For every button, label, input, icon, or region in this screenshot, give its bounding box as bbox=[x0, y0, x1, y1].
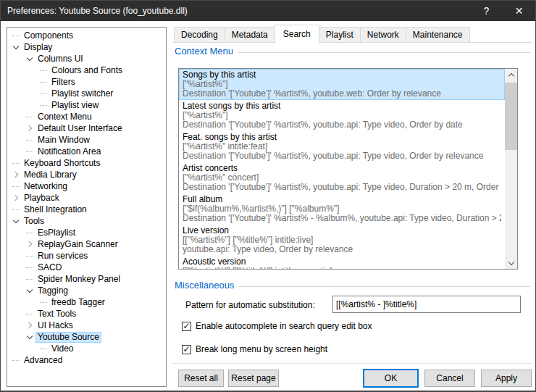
chevron-down-icon[interactable] bbox=[24, 53, 35, 64]
tree-item-video[interactable]: Video bbox=[7, 343, 166, 354]
list-item-detail: ["$if(%album%,%artist%,)"] ["%album%"] bbox=[183, 204, 501, 214]
list-item-full-album[interactable]: Full album["$if(%album%,%artist%,)"] ["%… bbox=[179, 193, 505, 225]
tree-item-playback[interactable]: Playback bbox=[7, 192, 166, 204]
checkbox-break-long-menu[interactable]: ✓ Break long menu by screen height bbox=[182, 344, 327, 354]
chevron-right-icon[interactable] bbox=[24, 320, 35, 331]
chevron-down-icon[interactable] bbox=[10, 41, 22, 53]
chevron-right-icon[interactable] bbox=[24, 122, 35, 134]
reset-page-button[interactable]: Reset page bbox=[228, 370, 279, 387]
tree-item-replaygain-scanner[interactable]: ReplayGain Scanner bbox=[7, 238, 166, 250]
tree-item-components[interactable]: Components bbox=[7, 30, 166, 41]
cancel-button[interactable]: Cancel bbox=[424, 370, 475, 387]
context-menu-list[interactable]: Songs by this artist["%artist%"]Destinat… bbox=[178, 68, 518, 270]
preferences-tree[interactable]: ComponentsDisplayColumns UIColours and F… bbox=[7, 27, 167, 387]
tree-item-main-window[interactable]: Main Window bbox=[7, 134, 166, 146]
list-item-artist-concerts[interactable]: Artist concerts["%artist%" concert]Desti… bbox=[179, 162, 505, 193]
tab-network[interactable]: Network bbox=[360, 27, 406, 43]
tree-item-networking[interactable]: Networking bbox=[7, 180, 166, 192]
list-item-title: Acoustic version bbox=[183, 257, 501, 267]
button-row-separator bbox=[172, 363, 532, 364]
chevron-right-icon[interactable] bbox=[10, 169, 22, 180]
scrollbar-down-icon[interactable] bbox=[505, 257, 517, 269]
tree-item-tagging[interactable]: Tagging bbox=[7, 285, 166, 296]
tree-item-label: Tagging bbox=[35, 285, 70, 296]
tree-item-ui-hacks[interactable]: UI Hacks bbox=[7, 320, 166, 331]
list-item-detail: Destination '['Youtube']' %artist% - %al… bbox=[183, 214, 501, 223]
tree-connector bbox=[24, 262, 35, 273]
tree-item-notification-area[interactable]: Notification Area bbox=[7, 146, 166, 157]
scrollbar-up-icon[interactable] bbox=[505, 69, 517, 81]
tree-item-label: Run services bbox=[35, 251, 90, 262]
tree-item-label: Components bbox=[22, 30, 75, 41]
tree-item-label: ReplayGain Scanner bbox=[35, 239, 120, 250]
tree-item-run-services[interactable]: Run services bbox=[7, 250, 166, 262]
list-item-feat-songs-by-this-artist[interactable]: Feat. songs by this artist["%artist%" in… bbox=[179, 131, 505, 162]
list-item-latest-songs-by-this-artist[interactable]: Latest songs by this artist["%artist%"]D… bbox=[179, 100, 505, 131]
tree-item-keyboard-shortcuts[interactable]: Keyboard Shortcuts bbox=[7, 157, 166, 169]
list-item-title: Live version bbox=[183, 226, 501, 235]
tree-connector bbox=[38, 76, 49, 88]
tab-playlist[interactable]: Playlist bbox=[319, 27, 361, 43]
list-item-acoustic-version[interactable]: Acoustic version[["%artist%"] ["%title%"… bbox=[179, 256, 505, 270]
tree-item-default-user-interface[interactable]: Default User Interface bbox=[7, 122, 166, 134]
tree-item-colours-and-fonts[interactable]: Colours and Fonts bbox=[7, 64, 166, 76]
tree-item-columns-ui[interactable]: Columns UI bbox=[7, 53, 166, 64]
group-header-rule bbox=[238, 52, 530, 53]
tab-search[interactable]: Search bbox=[275, 25, 319, 43]
tree-item-label: Tools bbox=[22, 216, 46, 227]
list-item-detail: Destination '['Youtube']' %artist%, yout… bbox=[183, 183, 501, 192]
chevron-right-icon[interactable] bbox=[24, 238, 35, 250]
search-page: DecodingMetadataSearchPlaylistNetworkMai… bbox=[172, 1, 532, 392]
list-item-songs-by-this-artist[interactable]: Songs by this artist["%artist%"]Destinat… bbox=[179, 69, 505, 100]
list-scrollbar[interactable] bbox=[505, 69, 517, 269]
tree-item-freedb-tagger[interactable]: freedb Tagger bbox=[7, 296, 166, 308]
tree-item-filters[interactable]: Filters bbox=[7, 76, 166, 88]
pattern-substitution-label: Pattern for automatic substitution: bbox=[185, 300, 315, 310]
checkbox-icon[interactable]: ✓ bbox=[182, 345, 191, 354]
reset-all-button[interactable]: Reset all bbox=[178, 370, 224, 387]
tree-item-label: SACD bbox=[35, 262, 64, 273]
tree-connector bbox=[10, 204, 22, 215]
list-item-title: Feat. songs by this artist bbox=[183, 133, 501, 142]
list-item-detail: ["%artist%" concert] bbox=[183, 173, 501, 183]
tree-item-esplaylist[interactable]: EsPlaylist bbox=[7, 227, 166, 238]
tree-item-shell-integration[interactable]: Shell Integration bbox=[7, 204, 166, 215]
tree-item-playlist-view[interactable]: Playlist view bbox=[7, 99, 166, 111]
pattern-substitution-input[interactable] bbox=[332, 296, 521, 313]
tree-item-advanced[interactable]: Advanced bbox=[7, 354, 166, 366]
tree-item-youtube-source[interactable]: Youtube Source bbox=[7, 331, 166, 343]
checkbox-label: Break long menu by screen height bbox=[196, 344, 327, 354]
tree-item-tools[interactable]: Tools bbox=[7, 215, 166, 227]
window-title: Preferences: Youtube Source (foo_youtube… bbox=[1, 6, 188, 16]
tab-metadata[interactable]: Metadata bbox=[225, 27, 275, 43]
tab-decoding[interactable]: Decoding bbox=[174, 27, 225, 43]
chevron-down-icon[interactable] bbox=[24, 331, 35, 343]
list-item-title: Full album bbox=[183, 195, 501, 204]
ok-button[interactable]: OK bbox=[363, 369, 419, 388]
checkbox-icon[interactable]: ✓ bbox=[182, 322, 191, 331]
tree-item-label: Colours and Fonts bbox=[49, 65, 125, 76]
tree-item-context-menu[interactable]: Context Menu bbox=[7, 111, 166, 122]
miscellaneous-group-title: Miscellaneous bbox=[175, 280, 234, 291]
tree-item-playlist-switcher[interactable]: Playlist switcher bbox=[7, 88, 166, 99]
tree-item-text-tools[interactable]: Text Tools bbox=[7, 308, 166, 320]
tree-item-spider-monkey-panel[interactable]: Spider Monkey Panel bbox=[7, 273, 166, 285]
chevron-down-icon[interactable] bbox=[10, 215, 22, 227]
chevron-right-icon[interactable] bbox=[10, 192, 22, 204]
tree-item-media-library[interactable]: Media Library bbox=[7, 169, 166, 180]
context-menu-group-title: Context Menu bbox=[175, 46, 233, 57]
checkbox-enable-autocomplete[interactable]: ✓ Enable autocomplete in search query ed… bbox=[182, 321, 372, 331]
list-item-detail: Destination '['Youtube']' %artist%, yout… bbox=[183, 151, 501, 161]
tree-item-label: Default User Interface bbox=[35, 123, 125, 134]
tree-item-label: Playlist switcher bbox=[49, 88, 115, 99]
scrollbar-thumb[interactable] bbox=[505, 83, 517, 150]
list-item-detail: [["%artist%"] ["%title%"] intitle:live] bbox=[183, 235, 501, 245]
list-item-live-version[interactable]: Live version[["%artist%"] ["%title%"] in… bbox=[179, 225, 505, 256]
tree-item-sacd[interactable]: SACD bbox=[7, 262, 166, 273]
tree-item-label: Media Library bbox=[22, 170, 79, 180]
chevron-down-icon[interactable] bbox=[24, 285, 35, 296]
apply-button[interactable]: Apply bbox=[481, 370, 532, 387]
tab-maintenance[interactable]: Maintenance bbox=[406, 27, 470, 43]
tree-item-label: Keyboard Shortcuts bbox=[22, 158, 102, 169]
tree-item-display[interactable]: Display bbox=[7, 41, 166, 53]
